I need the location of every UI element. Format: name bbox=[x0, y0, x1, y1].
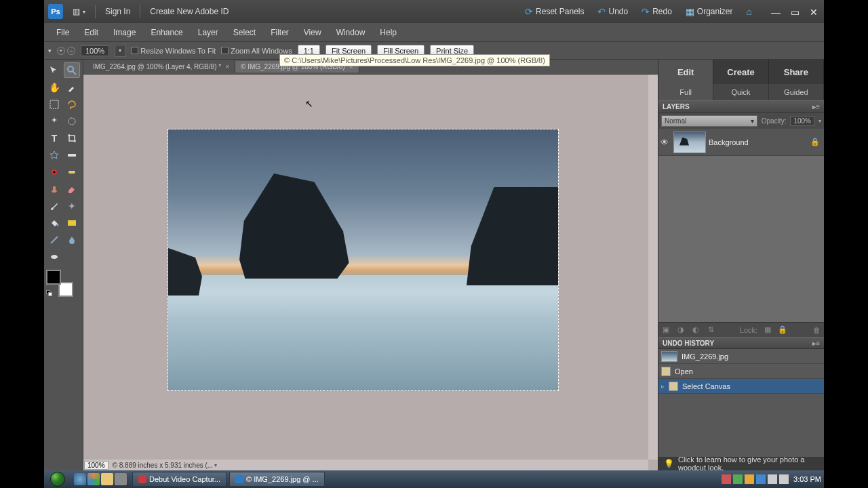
minimize-button[interactable]: ― bbox=[770, 7, 782, 16]
layer-visibility-icon[interactable]: 👁 bbox=[658, 138, 671, 147]
start-button[interactable] bbox=[44, 470, 71, 488]
sub-tab-guided[interactable]: Guided bbox=[769, 84, 824, 100]
layer-thumbnail[interactable] bbox=[673, 131, 706, 153]
ql-explorer-icon[interactable] bbox=[101, 473, 113, 485]
magic-wand-tool[interactable] bbox=[46, 113, 62, 129]
paint-bucket-tool[interactable] bbox=[46, 215, 62, 230]
ql-chrome-icon[interactable] bbox=[87, 473, 100, 485]
shape-tool[interactable] bbox=[46, 232, 62, 247]
zoom-dropdown[interactable]: ▾ bbox=[115, 45, 125, 57]
taskbar-task[interactable]: © IMG_2269.jpg @ ... bbox=[229, 472, 325, 487]
sponge-tool[interactable] bbox=[46, 249, 62, 264]
maximize-button[interactable]: ▭ bbox=[789, 7, 801, 16]
lock-pixels-icon[interactable]: ▦ bbox=[763, 325, 772, 334]
panel-menu-icon[interactable]: ▸≡ bbox=[812, 340, 820, 347]
menu-file[interactable]: File bbox=[50, 25, 76, 40]
spot-healing-tool[interactable] bbox=[64, 164, 80, 180]
clock[interactable]: 3:03 PM bbox=[793, 475, 821, 483]
layer-name[interactable]: Background bbox=[709, 138, 810, 146]
horizontal-scrollbar[interactable]: 100% © 8.889 inches x 5.931 inches (... … bbox=[83, 460, 648, 470]
link-icon[interactable]: ⇅ bbox=[706, 325, 715, 334]
create-adobe-id-link[interactable]: Create New Adobe ID bbox=[146, 5, 233, 18]
red-eye-tool[interactable] bbox=[46, 164, 62, 180]
crop-tool[interactable] bbox=[64, 130, 80, 146]
image-with-selection[interactable] bbox=[167, 129, 559, 391]
mode-tab-edit[interactable]: Edit bbox=[658, 60, 713, 84]
tray-icon[interactable] bbox=[722, 474, 731, 484]
menu-edit[interactable]: Edit bbox=[77, 25, 105, 40]
lock-all-icon[interactable]: 🔒 bbox=[778, 325, 787, 334]
resize-windows-checkbox[interactable] bbox=[131, 47, 138, 54]
organizer-button[interactable]: ▦Organizer bbox=[682, 4, 737, 19]
reset-panels-button[interactable]: ⟳Reset Panels bbox=[521, 4, 588, 19]
mode-tab-share[interactable]: Share bbox=[769, 60, 824, 84]
zoom-all-checkbox[interactable] bbox=[221, 47, 229, 54]
tray-icon[interactable] bbox=[745, 474, 754, 484]
zoom-out-icon[interactable]: − bbox=[67, 47, 75, 55]
eraser-tool[interactable] bbox=[64, 181, 80, 197]
type-tool[interactable]: T bbox=[46, 130, 62, 146]
close-tab-icon[interactable]: × bbox=[225, 63, 229, 70]
marquee-tool[interactable] bbox=[46, 96, 62, 112]
clone-stamp-tool[interactable] bbox=[46, 181, 62, 197]
sign-in-link[interactable]: Sign In bbox=[101, 5, 134, 18]
tip-bar[interactable]: 💡Click to learn how to give your photo a… bbox=[658, 457, 824, 470]
history-row[interactable]: IMG_2269.jpg bbox=[658, 349, 824, 364]
lasso-tool[interactable] bbox=[64, 96, 80, 112]
sub-tab-full[interactable]: Full bbox=[658, 84, 713, 100]
zoom-tool[interactable] bbox=[64, 62, 80, 78]
ql-ie-icon[interactable] bbox=[74, 473, 86, 485]
menu-view[interactable]: View bbox=[297, 25, 328, 40]
vertical-scrollbar[interactable] bbox=[648, 75, 658, 460]
panel-menu-icon[interactable]: ▸≡ bbox=[812, 103, 820, 110]
opacity-input[interactable]: 100% bbox=[790, 116, 814, 126]
home-button[interactable]: ⌂ bbox=[743, 4, 756, 19]
close-button[interactable]: ✕ bbox=[808, 7, 820, 16]
mask-icon[interactable]: ◐ bbox=[691, 325, 701, 334]
hand-tool[interactable]: ✋ bbox=[46, 79, 62, 95]
layer-row[interactable]: 👁 Background 🔒 bbox=[658, 129, 824, 156]
undo-button[interactable]: ↶Undo bbox=[593, 4, 632, 19]
history-row[interactable]: Open bbox=[658, 364, 824, 379]
menu-filter[interactable]: Filter bbox=[264, 25, 296, 40]
fx-icon[interactable]: ◑ bbox=[676, 325, 686, 334]
brush-tool[interactable] bbox=[46, 198, 62, 214]
workspace-switcher[interactable]: ▥▾ bbox=[68, 5, 90, 18]
delete-layer-icon[interactable]: 🗑 bbox=[812, 326, 821, 334]
color-swatches[interactable] bbox=[46, 270, 73, 297]
eyedropper-tool[interactable] bbox=[64, 79, 80, 95]
tray-icon[interactable] bbox=[733, 474, 743, 484]
menu-image[interactable]: Image bbox=[106, 25, 142, 40]
menu-select[interactable]: Select bbox=[226, 25, 262, 40]
zoom-in-icon[interactable]: + bbox=[57, 47, 65, 55]
smart-brush-tool[interactable]: ✦ bbox=[64, 198, 80, 214]
default-colors-icon[interactable] bbox=[46, 290, 53, 297]
menu-enhance[interactable]: Enhance bbox=[144, 25, 189, 40]
canvas[interactable]: ↖ 100% © 8.889 inches x 5.931 inches (..… bbox=[83, 75, 658, 470]
status-zoom[interactable]: 100% bbox=[84, 461, 108, 470]
tray-icon[interactable] bbox=[756, 474, 766, 484]
blend-mode-dropdown[interactable]: Normal▾ bbox=[661, 115, 757, 127]
gradient-tool[interactable] bbox=[64, 215, 80, 230]
system-tray[interactable]: 3:03 PM bbox=[722, 474, 821, 484]
redo-button[interactable]: ↷Redo bbox=[637, 4, 676, 19]
menu-window[interactable]: Window bbox=[330, 25, 372, 40]
cookie-cutter-tool[interactable] bbox=[46, 147, 62, 163]
menu-help[interactable]: Help bbox=[373, 25, 403, 40]
tray-volume-icon[interactable] bbox=[779, 474, 789, 484]
blur-tool[interactable] bbox=[64, 232, 80, 247]
document-tab[interactable]: IMG_2264.jpg @ 100% (Layer 4, RGB/8) *× bbox=[87, 61, 235, 73]
zoom-level-input[interactable]: 100% bbox=[81, 45, 109, 56]
tray-network-icon[interactable] bbox=[768, 474, 777, 484]
history-row[interactable]: ▹Select Canvas bbox=[658, 379, 824, 394]
move-tool[interactable] bbox=[46, 62, 62, 78]
quick-selection-tool[interactable] bbox=[64, 113, 80, 129]
taskbar-task[interactable]: Debut Video Captur... bbox=[132, 472, 226, 487]
mode-tab-create[interactable]: Create bbox=[713, 60, 768, 84]
foreground-color-swatch[interactable] bbox=[46, 270, 61, 285]
ql-app-icon[interactable] bbox=[115, 473, 127, 485]
sub-tab-quick[interactable]: Quick bbox=[713, 84, 768, 100]
menu-layer[interactable]: Layer bbox=[191, 25, 225, 40]
straighten-tool[interactable] bbox=[64, 147, 80, 163]
new-layer-icon[interactable]: ▣ bbox=[661, 325, 671, 334]
